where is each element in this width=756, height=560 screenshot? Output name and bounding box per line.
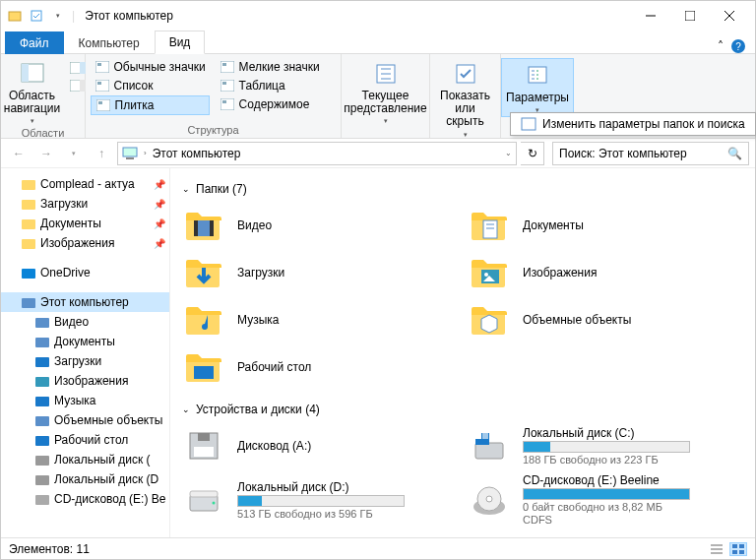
tree-item[interactable]: Загрузки [1,351,169,371]
svg-rect-69 [482,433,488,439]
layout-icon [220,78,235,93]
view-Плитка[interactable]: Плитка [91,95,210,115]
svg-rect-79 [739,550,744,554]
docs-icon [470,206,509,245]
tree-item[interactable]: Документы📌 [1,214,169,233]
folder-item[interactable]: Объемные объекты [468,298,743,342]
properties-icon[interactable] [29,8,44,24]
folder-item[interactable]: Изображения [468,251,743,294]
tab-file[interactable]: Файл [5,31,64,54]
close-button[interactable] [710,1,749,31]
tree-item[interactable]: Рабочий стол [1,430,169,450]
preview-pane-icon[interactable] [70,62,86,74]
usage-bar [237,495,405,507]
folder-item[interactable]: Документы [468,204,743,247]
onedrive-icon [21,265,36,280]
folder-icon [21,176,36,192]
help-icon[interactable]: ? [731,39,745,53]
tab-view[interactable]: Вид [155,31,206,54]
checkbox-icon [452,60,479,88]
tree-item[interactable]: Этот компьютер [1,292,169,312]
svg-rect-35 [22,269,35,279]
svg-rect-20 [220,98,234,110]
tree-item[interactable]: Объемные объекты [1,410,169,430]
down-icon [184,253,223,292]
nav-pane-button[interactable]: Область навигации ▾ [0,58,64,127]
show-hide-button[interactable]: Показать или скрыть ▾ [436,58,494,141]
drive-item[interactable]: Локальный диск (D:)513 ГБ свободно из 59… [182,471,458,528]
drive-item[interactable]: CD-дисковод (E:) Beeline0 байт свободно … [468,471,743,528]
forward-button[interactable]: → [34,142,58,165]
drive-item[interactable]: Локальный диск (C:)188 ГБ свободно из 22… [468,424,743,467]
options-button[interactable]: Параметры ▾ [501,58,574,117]
details-pane-icon[interactable] [70,80,86,92]
sort-icon [372,60,400,88]
folder-item[interactable]: Музыка [182,298,458,342]
folder-item[interactable]: Видео [182,204,458,247]
svg-rect-66 [475,443,503,459]
view-Обычные значки[interactable]: Обычные значки [91,58,210,76]
img-icon [34,373,50,389]
view-Содержимое[interactable]: Содержимое [216,95,324,113]
tree-item[interactable]: Локальный диск ( [1,450,169,469]
tree-item[interactable]: Музыка [1,391,169,410]
history-dropdown[interactable]: ▾ [62,142,86,165]
refresh-button[interactable]: ↻ [521,142,544,165]
svg-rect-68 [475,433,481,439]
ribbon-expand-icon[interactable]: ˄ [718,39,724,53]
maximize-button[interactable] [670,1,710,31]
search-box[interactable]: Поиск: Этот компьютер 🔍 [552,142,749,165]
svg-rect-39 [35,357,49,367]
svg-rect-76 [732,544,737,548]
music-icon [184,300,223,340]
breadcrumb[interactable]: › Этот компьютер ⌄ [117,142,517,165]
drive-item[interactable]: Дисковод (A:) [182,424,458,467]
tree-item[interactable]: Локальный диск (D [1,469,169,489]
item-count: Элементов: 11 [9,542,90,556]
svg-rect-77 [739,544,744,548]
view-Список[interactable]: Список [91,77,210,94]
svg-rect-21 [222,100,226,103]
folders-group-header[interactable]: ⌄Папки (7) [182,182,743,196]
content-pane[interactable]: ⌄Папки (7) ВидеоДокументыЗагрузкиИзображ… [170,168,755,537]
svg-rect-45 [35,475,49,485]
svg-rect-28 [522,118,536,130]
nav-pane-icon [19,60,46,88]
drives-group-header[interactable]: ⌄Устройства и диски (4) [182,403,743,416]
tree-item[interactable]: CD-дисковод (E:) Ве [1,489,169,509]
qat-dropdown-icon[interactable]: ▾ [50,8,66,24]
nav-tree[interactable]: Complead - актуа📌Загрузки📌Документы📌Изоб… [1,168,170,537]
search-icon: 🔍 [727,147,742,160]
minimize-button[interactable] [631,1,670,31]
view-Таблица[interactable]: Таблица [216,77,324,94]
pin-icon: 📌 [154,218,165,229]
tree-item[interactable]: Документы [1,332,169,351]
folder-item[interactable]: Рабочий стол [182,345,458,389]
options-popup[interactable]: Изменить параметры папок и поиска [510,112,756,136]
tree-item[interactable]: Изображения [1,371,169,391]
tree-item[interactable]: Изображения📌 [1,233,169,253]
svg-rect-71 [190,491,218,497]
folder-item[interactable]: Загрузки [182,251,458,294]
3d-icon [470,300,509,340]
view-Мелкие значки[interactable]: Мелкие значки [216,58,324,76]
tree-item[interactable]: OneDrive [1,263,169,282]
video-icon [184,206,223,245]
tree-item[interactable]: Complead - актуа📌 [1,174,169,194]
svg-rect-37 [35,318,49,328]
tree-item[interactable]: Видео [1,312,169,332]
svg-rect-62 [194,366,214,379]
tree-item[interactable]: Загрузки📌 [1,194,169,214]
svg-rect-10 [95,61,109,73]
window-title: Этот компьютер [85,9,173,23]
tiles-view-button[interactable] [729,542,747,556]
up-button[interactable]: ↑ [90,142,113,165]
svg-rect-41 [35,397,49,406]
svg-rect-17 [222,63,226,66]
svg-rect-49 [194,220,198,236]
usage-bar [523,488,690,500]
back-button[interactable]: ← [7,142,31,165]
current-view-button[interactable]: Текущее представление ▾ [340,58,430,127]
tab-computer[interactable]: Компьютер [64,31,155,54]
details-view-button[interactable] [708,542,725,556]
